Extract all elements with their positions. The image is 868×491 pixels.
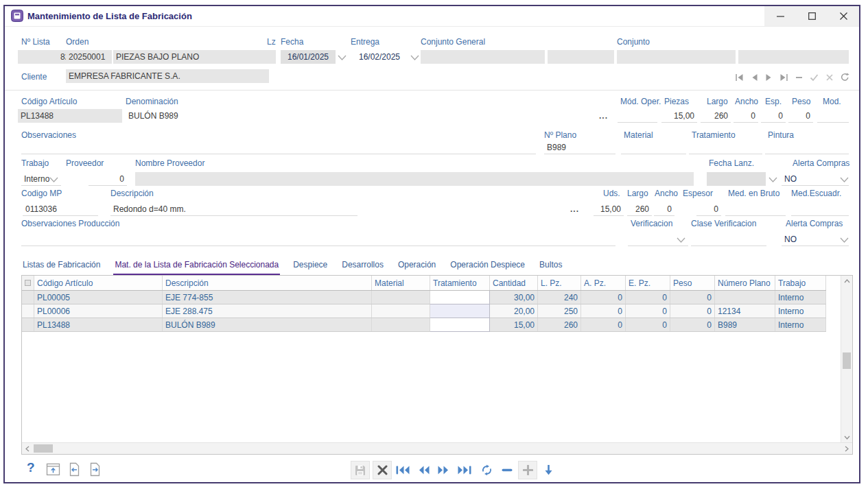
peso-field[interactable]: 0 [788,109,813,123]
orden-code-field[interactable]: 20250001 [66,50,112,64]
col-codigo-articulo[interactable]: Código Artículo [34,276,163,291]
export-window-button[interactable] [46,463,60,478]
tab-despiece[interactable]: Despiece [292,258,329,276]
cell[interactable]: 15,00 [490,318,538,332]
esp-field[interactable]: 0 [761,109,786,123]
cell[interactable]: 0 [581,318,626,332]
cell[interactable] [372,304,430,318]
record-last-icon[interactable] [779,73,788,82]
conjunto-general-field-2[interactable] [548,50,614,64]
cell[interactable]: 0 [626,318,670,332]
cell[interactable]: PL00005 [34,291,163,304]
tab-bultos[interactable]: Bultos [538,258,563,276]
table-row[interactable]: PL13488 BULÓN B989 15,00 260 0 0 0 B989 … [22,318,826,332]
col-a-pz[interactable]: A. Pz. [581,276,626,291]
cell[interactable]: 0 [670,304,715,318]
row-selector-cell[interactable] [22,318,34,332]
entrega-field[interactable]: 16/02/2025 [352,50,407,64]
last-button[interactable] [455,461,474,479]
record-delete-icon[interactable] [795,73,803,82]
col-peso[interactable]: Peso [670,276,715,291]
mp-descripcion-field[interactable]: Redondo d=40 mm. [110,202,357,216]
piezas-field[interactable]: 15,00 [661,109,697,123]
cliente-field[interactable]: EMPRESA FABRICANTE S.A. [66,69,269,83]
row-selector-header[interactable] [22,276,34,291]
mod-oper-field[interactable] [618,109,657,123]
cell[interactable]: EJE 774-855 [163,291,372,304]
nombre-proveedor-field[interactable] [135,172,694,186]
col-trabajo[interactable]: Trabajo [775,276,826,291]
row-selector-cell[interactable] [22,304,34,318]
first-button[interactable] [393,461,412,479]
cell[interactable]: 0 [626,291,670,304]
denominacion-field[interactable]: BULÓN B989 [126,109,331,123]
record-previous-icon[interactable] [751,73,758,82]
fecha-lanz-dropdown-icon[interactable] [768,176,778,184]
tab-listas-de-fabricacion[interactable]: Listas de Fabricación [21,258,102,276]
record-next-icon[interactable] [765,73,773,82]
material-field[interactable] [621,141,686,154]
no-plano-field[interactable]: B989 [544,141,615,154]
conjunto-field-2[interactable] [738,50,849,64]
maximize-icon[interactable] [796,6,828,26]
record-cancel-icon[interactable] [825,73,834,82]
trabajo-dropdown-icon[interactable] [49,176,59,184]
cell[interactable] [430,304,490,318]
fecha-field[interactable]: 16/01/2025 [281,50,336,64]
observaciones-produccion-field[interactable] [21,232,615,246]
cell[interactable] [372,318,430,332]
verificacion-dropdown-icon[interactable] [676,237,686,244]
med-escuadr-field[interactable] [791,202,849,216]
fecha-lanz-field[interactable] [707,172,766,186]
save-button[interactable] [351,461,370,479]
table-row[interactable]: PL00005 EJE 774-855 30,00 240 0 0 0 Inte… [22,291,826,304]
pintura-field[interactable] [765,141,849,154]
codigo-articulo-field[interactable]: PL13488 [18,109,122,123]
cancel-button[interactable] [373,461,392,479]
col-descripcion[interactable]: Descripción [163,276,372,291]
article-lookup-button[interactable]: ... [599,111,608,121]
table-row[interactable]: PL00006 EJE 288.475 20,00 250 0 0 0 1213… [22,304,826,318]
observaciones-field[interactable] [21,141,536,154]
cell[interactable]: 30,00 [490,291,538,304]
row-selector-cell[interactable] [22,291,34,304]
tab-mat-lista-fabricacion-seleccionada[interactable]: Mat. de la Lista de Fabricación Seleccio… [113,258,280,276]
refresh-button[interactable] [477,461,496,479]
scroll-left-icon[interactable] [22,443,33,454]
cell[interactable]: 260 [538,318,581,332]
cell[interactable]: 0 [581,291,626,304]
cell[interactable] [715,291,775,304]
tratamiento-field[interactable] [689,141,762,154]
cell[interactable]: 0 [581,304,626,318]
help-button[interactable]: ? [27,460,35,475]
clase-verificacion-field[interactable] [691,232,766,246]
remove-button[interactable] [497,461,517,479]
cell[interactable]: 240 [538,291,581,304]
alerta-compras-dropdown-icon[interactable] [839,176,849,184]
vertical-scrollbar[interactable] [841,276,852,443]
down-button[interactable] [539,461,558,479]
close-icon[interactable] [828,6,859,26]
fecha-dropdown-icon[interactable] [337,54,347,62]
cell[interactable]: BULÓN B989 [163,318,372,332]
cell[interactable] [372,291,430,304]
cell[interactable]: Interno [775,304,826,318]
horizontal-scrollbar[interactable] [22,442,852,454]
cell[interactable]: 250 [538,304,581,318]
orden-desc-field[interactable]: PIEZAS BAJO PLANO [113,50,268,64]
mod-field[interactable] [817,109,849,123]
codigo-mp-field[interactable]: 0113036 [23,202,98,216]
cell[interactable]: 0 [670,318,715,332]
cell[interactable]: Interno [775,318,826,332]
mp-largo-field[interactable]: 260 [627,202,652,216]
lz-field[interactable] [267,50,276,64]
mp-ancho-field[interactable]: 0 [654,202,675,216]
cell[interactable]: 20,00 [490,304,538,318]
scroll-up-icon[interactable] [841,276,852,287]
next-button[interactable] [434,461,454,479]
cell[interactable]: PL00006 [34,304,163,318]
ancho-field[interactable]: 0 [734,109,758,123]
cell[interactable] [430,291,490,304]
conjunto-field-1[interactable] [617,50,736,64]
minimize-icon[interactable] [764,6,796,26]
